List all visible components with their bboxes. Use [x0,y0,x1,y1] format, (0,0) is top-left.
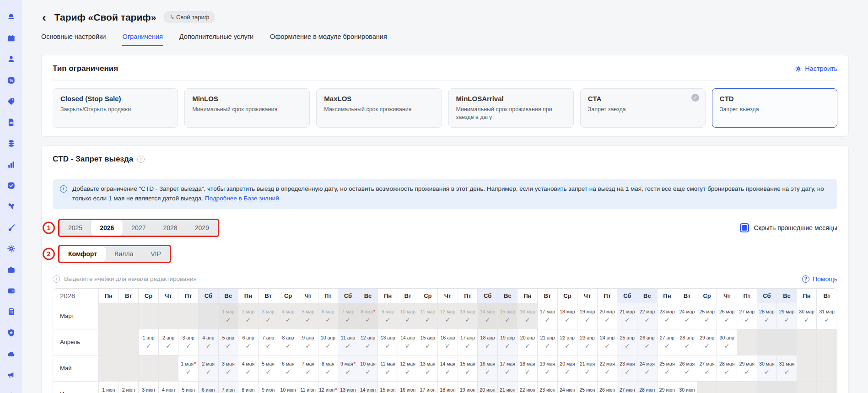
day-cell-21-мар[interactable]: 21 мар✓ [617,303,637,329]
day-cell-16-апр[interactable]: 16 апр✓ [438,329,458,355]
day-cell-24-апр[interactable]: 24 апр✓ [598,329,618,355]
room-tab-комфорт[interactable]: Комфорт [59,246,106,262]
day-cell-28-мар[interactable]: 28 мар✓ [757,303,777,329]
day-cell-18-апр[interactable]: 18 апр✓ [478,329,498,355]
knowledge-base-link[interactable]: Подробнее в Базе знаний [205,195,279,202]
day-cell-2-мая[interactable]: 2 мая✓ [199,355,219,382]
sidebar-item-bar-chart[interactable] [6,159,16,169]
day-cell-13-мая[interactable]: 13 мая✓ [418,355,438,382]
day-cell-29-июн[interactable]: 29 июн✓ [658,382,678,393]
day-cell-25-апр[interactable]: 25 апр✓ [617,329,637,355]
day-cell-6-июн[interactable]: 6 июн✓ [199,382,219,393]
sidebar-item-calendar[interactable] [6,33,16,43]
day-cell-16-мая[interactable]: 16 мая✓ [478,355,498,382]
day-cell-26-мая[interactable]: 26 мая✓ [677,355,697,382]
day-cell-15-апр[interactable]: 15 апр✓ [418,329,438,355]
day-cell-17-июн[interactable]: 17 июн✓ [418,382,438,393]
day-cell-15-мая[interactable]: 15 мая✓ [458,355,478,382]
sidebar-item-user[interactable] [6,391,16,393]
day-cell-4-мая[interactable]: 4 мая✓ [238,355,259,382]
day-cell-27-июн[interactable]: 27 июн✓ [617,382,637,393]
day-cell-11-апр[interactable]: 11 апр✓ [338,329,358,355]
day-cell-3-апр[interactable]: 3 апр✓ [178,329,199,355]
day-cell-7-мая[interactable]: 7 мая✓ [298,355,318,382]
day-cell-11-июн[interactable]: 11 июн✓ [298,382,318,393]
restriction-card-minlosarrival[interactable]: MinLOSArrivalМинимальный срок проживания… [448,88,574,128]
tab-4[interactable]: Оформление в модуле бронирования [270,33,387,46]
sidebar-item-document[interactable] [6,117,16,127]
day-cell-17-мар[interactable]: 17 мар✓ [538,303,558,329]
day-cell-10-июн[interactable]: 10 июн✓ [278,382,298,393]
year-tab-2029[interactable]: 2029 [186,220,218,236]
day-cell-20-июн[interactable]: 20 июн✓ [478,382,498,393]
day-cell-28-июн[interactable]: 28 июн✓ [637,382,658,393]
day-cell-20-мар[interactable]: 20 мар✓ [598,303,618,329]
sidebar-item-calculator[interactable] [6,307,16,317]
day-cell-5-мая[interactable]: 5 мая✓ [259,355,279,382]
day-cell-8-мар[interactable]: 8 мар*✓ [358,303,378,329]
day-cell-17-мая[interactable]: 17 мая✓ [498,355,518,382]
day-cell-11-мая[interactable]: 11 мая✓ [378,355,398,382]
day-cell-8-мая[interactable]: 8 мая✓ [318,355,339,382]
day-cell-10-апр[interactable]: 10 апр✓ [318,329,339,355]
day-cell-22-мая[interactable]: 22 мая✓ [598,355,618,382]
day-cell-22-апр[interactable]: 22 апр✓ [558,329,578,355]
help-button[interactable]: ? Помощь [802,275,837,283]
day-cell-7-июн[interactable]: 7 июн✓ [219,382,239,393]
restriction-card-maxlos[interactable]: MaxLOSМаксимальный срок проживания [316,88,442,128]
restriction-card-closed-stop-sale-[interactable]: Closed (Stop Sale)Закрыть/Открыть продаж… [53,88,178,128]
day-cell-10-мар[interactable]: 10 мар✓ [398,303,418,329]
day-cell-18-мар[interactable]: 18 мар✓ [558,303,578,329]
day-cell-29-апр[interactable]: 29 апр✓ [697,329,717,355]
day-cell-15-мар[interactable]: 15 мар✓ [498,303,518,329]
day-cell-21-июн[interactable]: 21 июн✓ [498,382,518,393]
day-cell-9-мая[interactable]: 9 мая*✓ [338,355,358,382]
day-cell-23-июн[interactable]: 23 июн✓ [538,382,558,393]
tab-2[interactable]: Ограничения [122,33,162,46]
hide-past-months-checkbox[interactable]: Скрыть прошедшие месяцы [740,223,837,232]
year-tab-2026[interactable]: 2026 [91,220,123,236]
day-cell-18-мая[interactable]: 18 мая✓ [518,355,538,382]
day-cell-17-апр[interactable]: 17 апр✓ [458,329,478,355]
restriction-card-minlos[interactable]: MinLOSМинимальный срок проживания [184,88,310,128]
day-cell-31-мар[interactable]: 31 мар✓ [817,303,837,329]
day-cell-26-апр[interactable]: 26 апр✓ [637,329,658,355]
day-cell-20-апр[interactable]: 20 апр✓ [518,329,538,355]
day-cell-9-мар[interactable]: 9 мар✓ [378,303,398,329]
sidebar-item-cloud[interactable] [6,349,16,359]
room-tab-вилла[interactable]: Вилла [106,246,142,262]
day-cell-10-мая[interactable]: 10 мая✓ [358,355,378,382]
day-cell-13-апр[interactable]: 13 апр✓ [378,329,398,355]
day-cell-24-мар[interactable]: 24 мар✓ [677,303,697,329]
day-cell-19-июн[interactable]: 19 июн✓ [458,382,478,393]
day-cell-12-апр[interactable]: 12 апр✓ [358,329,378,355]
day-cell-28-апр[interactable]: 28 апр✓ [677,329,697,355]
day-cell-29-мар[interactable]: 29 мар✓ [777,303,797,329]
day-cell-11-мар[interactable]: 11 мар✓ [418,303,438,329]
day-cell-16-мар[interactable]: 16 мар✓ [518,303,538,329]
day-cell-13-мар[interactable]: 13 мар✓ [458,303,478,329]
back-button[interactable]: ‹ [41,13,47,22]
day-cell-14-апр[interactable]: 14 апр✓ [398,329,418,355]
day-cell-5-мар[interactable]: 5 мар✓ [298,303,318,329]
day-cell-3-мар[interactable]: 3 мар✓ [259,303,279,329]
day-cell-1-мая[interactable]: 1 мая*✓ [178,355,199,382]
day-cell-22-мар[interactable]: 22 мар✓ [637,303,658,329]
restriction-card-ctd[interactable]: CTDЗапрет выезда [712,88,837,128]
day-cell-9-июн[interactable]: 9 июн✓ [259,382,279,393]
sidebar-item-keys[interactable] [6,201,16,211]
sidebar-item-briefcase[interactable] [6,264,16,275]
day-cell-14-мая[interactable]: 14 мая✓ [438,355,458,382]
day-cell-24-мая[interactable]: 24 мая✓ [637,355,658,382]
day-cell-2-июн[interactable]: 2 июн✓ [119,382,139,393]
day-cell-28-мая[interactable]: 28 мая✓ [717,355,737,382]
day-cell-2-мар[interactable]: 2 мар✓ [238,303,259,329]
day-cell-14-июн[interactable]: 14 июн✓ [358,382,378,393]
day-cell-20-мая[interactable]: 20 мая✓ [558,355,578,382]
tab-1[interactable]: Основные настройки [41,33,106,46]
day-cell-6-мая[interactable]: 6 мая✓ [278,355,298,382]
day-cell-6-апр[interactable]: 6 апр✓ [238,329,259,355]
info-icon[interactable]: i [137,156,145,163]
day-cell-3-июн[interactable]: 3 июн✓ [139,382,159,393]
day-cell-29-мая[interactable]: 29 мая✓ [737,355,757,382]
